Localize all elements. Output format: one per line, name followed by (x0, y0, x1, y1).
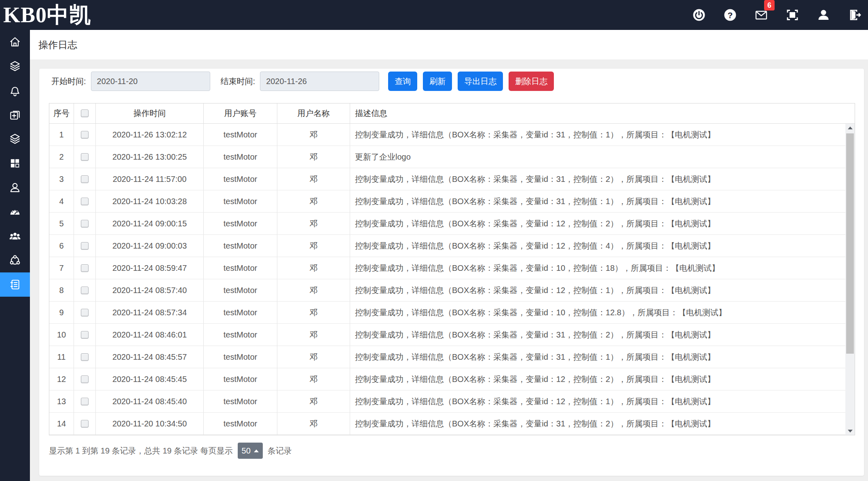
log-table: 序号 操作时间 用户账号 用户名称 描述信息 12020-11-26 13:02… (49, 103, 855, 435)
row-checkbox[interactable] (81, 331, 89, 339)
page-title: 操作日志 (38, 38, 77, 51)
row-checkbox[interactable] (81, 131, 89, 139)
query-button[interactable]: 查询 (388, 72, 417, 91)
row-description: 控制变量成功，详细信息（BOX名称：采集器，变量id：12，控制值：2），所属项… (350, 213, 845, 234)
user-outline-icon (9, 181, 21, 194)
team-icon (9, 230, 21, 242)
row-index: 9 (49, 302, 74, 323)
row-checkbox-cell (74, 168, 96, 190)
sidebar-item-alerts[interactable] (0, 78, 30, 103)
row-checkbox[interactable] (81, 420, 89, 428)
row-checkbox-cell (74, 257, 96, 279)
row-checkbox-cell (74, 368, 96, 390)
row-user-name: 邓 (277, 302, 350, 323)
table-row: 32020-11-24 11:57:00testMotor邓控制变量成功，详细信… (49, 168, 855, 190)
table-row: 132020-11-24 08:45:40testMotor邓控制变量成功，详细… (49, 390, 855, 413)
sidebar-item-operation-log[interactable] (0, 272, 30, 297)
row-checkbox-cell (74, 324, 96, 346)
row-user-account: testMotor (204, 302, 277, 323)
scrollbar-up-arrow[interactable] (845, 124, 855, 132)
page-size-value: 50 (242, 446, 251, 456)
logout-icon[interactable] (848, 8, 862, 22)
sidebar-item-network[interactable] (0, 248, 30, 272)
brand-logo: KB0中凯 (3, 0, 91, 30)
content-card: 开始时间: 结束时间: 查询 刷新 导出日志 删除日志 序号 操作时间 用户账号… (39, 69, 864, 476)
row-checkbox[interactable] (81, 353, 89, 361)
row-user-account: testMotor (204, 368, 277, 390)
app-window: KB0中凯 ? 6 (0, 0, 868, 481)
row-checkbox[interactable] (81, 220, 89, 228)
start-time-input[interactable] (91, 72, 210, 91)
row-description: 控制变量成功，详细信息（BOX名称：采集器，变量id：31，控制值：2），所属项… (350, 168, 845, 190)
row-checkbox-cell (74, 413, 96, 435)
row-checkbox[interactable] (81, 198, 89, 205)
refresh-button[interactable]: 刷新 (423, 72, 452, 91)
row-checkbox[interactable] (81, 376, 89, 383)
row-checkbox-cell (74, 235, 96, 257)
row-description: 控制变量成功，详细信息（BOX名称：采集器，变量id：31，控制值：2），所属项… (350, 324, 845, 346)
sidebar-item-user[interactable] (0, 175, 30, 200)
page-size-dropdown[interactable]: 50 (238, 443, 263, 459)
row-operation-time: 2020-11-24 09:00:15 (96, 213, 204, 234)
sidebar-item-stack[interactable] (0, 127, 30, 151)
sidebar-item-layers[interactable] (0, 54, 30, 78)
table-body: 12020-11-26 13:02:12testMotor邓控制变量成功，详细信… (49, 124, 855, 435)
network-icon (9, 254, 21, 266)
row-description: 控制变量成功，详细信息（BOX名称：采集器，变量id：12，控制值：1），所属项… (350, 390, 845, 412)
select-all-checkbox[interactable] (81, 110, 89, 117)
header-user-name: 用户名称 (277, 103, 350, 123)
dashboard-icon (9, 206, 21, 218)
sidebar-item-add-box[interactable] (0, 103, 30, 127)
grid-icon (9, 157, 21, 169)
export-log-button[interactable]: 导出日志 (458, 72, 503, 91)
table-row: 72020-11-24 08:59:47testMotor邓控制变量成功，详细信… (49, 257, 855, 279)
table-scrollbar[interactable] (845, 124, 855, 435)
header-user-account: 用户账号 (204, 103, 277, 123)
row-description: 控制变量成功，详细信息（BOX名称：采集器，变量id：31，控制值：2），所属项… (350, 413, 845, 435)
power-icon[interactable] (692, 8, 706, 22)
row-user-name: 邓 (277, 213, 350, 234)
end-time-label: 结束时间: (221, 76, 256, 87)
row-user-account: testMotor (204, 390, 277, 412)
table-row: 12020-11-26 13:02:12testMotor邓控制变量成功，详细信… (49, 124, 855, 146)
home-icon (9, 36, 21, 48)
help-icon[interactable]: ? (723, 8, 737, 22)
row-checkbox[interactable] (81, 309, 89, 316)
table-row: 62020-11-24 09:00:03testMotor邓控制变量成功，详细信… (49, 235, 855, 257)
row-operation-time: 2020-11-26 13:00:25 (96, 146, 204, 168)
scrollbar-thumb[interactable] (846, 133, 854, 354)
row-checkbox-cell (74, 190, 96, 212)
delete-log-button[interactable]: 删除日志 (509, 72, 554, 91)
filter-bar: 开始时间: 结束时间: 查询 刷新 导出日志 删除日志 (51, 72, 554, 91)
scrollbar-down-arrow[interactable] (845, 427, 855, 435)
row-checkbox[interactable] (81, 153, 89, 161)
row-checkbox[interactable] (81, 175, 89, 183)
row-index: 1 (49, 124, 74, 146)
bell-icon (9, 84, 21, 97)
top-navbar: KB0中凯 ? 6 (0, 0, 868, 30)
table-row: 52020-11-24 09:00:15testMotor邓控制变量成功，详细信… (49, 213, 855, 235)
row-operation-time: 2020-11-24 08:46:01 (96, 324, 204, 346)
table-row: 102020-11-24 08:46:01testMotor邓控制变量成功，详细… (49, 324, 855, 346)
row-user-name: 邓 (277, 190, 350, 212)
pagination-suffix: 条记录 (268, 445, 292, 456)
table-row: 112020-11-24 08:45:57testMotor邓控制变量成功，详细… (49, 346, 855, 368)
row-checkbox[interactable] (81, 287, 89, 294)
row-index: 12 (49, 368, 74, 390)
row-checkbox[interactable] (81, 264, 89, 272)
sidebar-item-apps[interactable] (0, 151, 30, 175)
fullscreen-icon[interactable] (786, 8, 799, 22)
row-checkbox[interactable] (81, 398, 89, 405)
row-operation-time: 2020-11-24 08:45:40 (96, 390, 204, 412)
sidebar-item-dashboard[interactable] (0, 200, 30, 224)
row-user-name: 邓 (277, 324, 350, 346)
row-checkbox[interactable] (81, 242, 89, 250)
end-time-input[interactable] (260, 72, 379, 91)
mail-icon[interactable]: 6 (754, 8, 768, 22)
user-icon[interactable] (817, 8, 830, 22)
row-user-name: 邓 (277, 124, 350, 146)
row-user-account: testMotor (204, 257, 277, 279)
row-user-account: testMotor (204, 324, 277, 346)
sidebar-item-home[interactable] (0, 30, 30, 54)
sidebar-item-team[interactable] (0, 224, 30, 248)
